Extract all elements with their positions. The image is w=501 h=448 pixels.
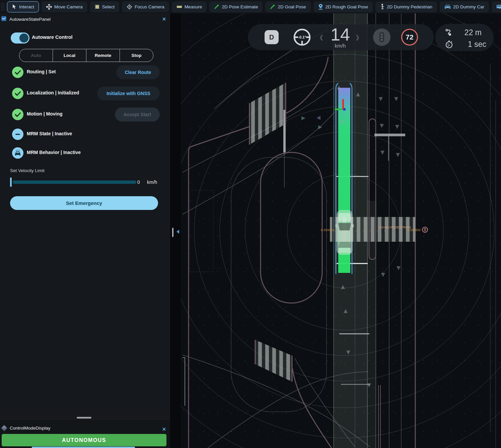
tool-label: Select	[102, 4, 115, 9]
panel-resize-strip	[170, 13, 181, 448]
tool-label: 2D Dummy Pedestrian	[387, 4, 432, 9]
tool-label: 2D Pose Estimate	[222, 4, 258, 9]
tool-move-camera[interactable]: Move Camera	[42, 1, 87, 12]
status-row-mrm-state: MRM State | Inactive	[0, 127, 170, 141]
tool-label: 2D Dummy Car	[453, 4, 484, 9]
status-label: Localization | Initialized	[27, 90, 79, 95]
close-icon[interactable]: ×	[161, 426, 167, 433]
route-icon	[445, 28, 453, 37]
panel-titlebar: ControlModeDisplay ×	[0, 424, 170, 432]
display-diamond-icon	[1, 425, 7, 431]
check-icon	[12, 88, 23, 100]
tool-2d-pose-estimate[interactable]: 2D Pose Estimate	[209, 1, 263, 12]
status-label: Routing | Set	[27, 69, 56, 74]
close-icon[interactable]: ×	[161, 16, 167, 22]
route-remaining-hud: 22 m 1 sec	[435, 24, 494, 51]
speed-limit-sign: 72	[401, 29, 418, 46]
car-icon	[444, 4, 451, 9]
pose-arrow-icon	[270, 4, 275, 9]
mode-auto[interactable]: Auto	[19, 49, 53, 62]
mode-remote[interactable]: Remote	[86, 49, 120, 62]
velocity-limit-value: 0	[137, 179, 140, 185]
mode-segmented-control: Auto Local Remote Stop	[19, 49, 153, 62]
panel-title: ControlModeDisplay	[10, 426, 51, 431]
crosswalk-upper	[249, 83, 286, 145]
minus-icon	[12, 129, 23, 141]
clear-route-button[interactable]: Clear Route	[116, 65, 160, 79]
status-row-routing: Routing | Set Clear Route	[0, 65, 170, 79]
collapse-arrow-icon[interactable]	[176, 230, 179, 234]
crosswalk-lower	[255, 340, 292, 382]
tool-label: Measure	[185, 4, 202, 9]
accept-start-button[interactable]: Accept Start	[115, 107, 160, 122]
panel-title: AutowareStatePanel	[9, 17, 51, 22]
remaining-distance: 22 m	[453, 28, 494, 37]
check-icon	[12, 109, 23, 122]
rviz-3d-view[interactable]: 0.333333 ← ← ← ← ← ← ← ← 0.0 m/s PEDESTR…	[181, 13, 501, 448]
vehicle-status-hud: D -0.1° ‹ 14 km/h › 72	[248, 24, 434, 50]
autoware-state-panel: AutowareStatePanel × Autoware Control Au…	[0, 13, 170, 415]
select-icon	[95, 4, 100, 9]
map-canvas: 0.333333 ← ← ← ← ← ← ← ← 0.0 m/s PEDESTR…	[181, 13, 501, 448]
status-label: MRM Behavior | Inactive	[27, 150, 81, 155]
mode-local[interactable]: Local	[53, 49, 86, 62]
stopwatch-icon	[445, 40, 453, 49]
autoware-control-label: Autoware Control	[32, 34, 73, 40]
bottom-panel-peek	[32, 447, 135, 448]
status-row-motion: Motion | Moving Accept Start	[0, 107, 170, 122]
speed-display: 14 km/h	[327, 25, 354, 49]
focus-camera-icon	[127, 4, 132, 10]
initialize-gnss-button[interactable]: Initialize with GNSS	[97, 86, 160, 100]
check-icon	[12, 67, 23, 79]
chevron-left-icon: ‹	[319, 28, 323, 45]
traffic-light-icon	[378, 32, 385, 43]
tool-label: 2D Rough Goal Pose	[326, 4, 368, 9]
annotation-arrow-chain: ← ← ← ← ← ← ← ←	[333, 229, 388, 232]
steering-angle: -0.1°	[298, 35, 306, 39]
status-row-localization: Localization | Initialized Initialize wi…	[0, 86, 170, 100]
control-mode-panel: ControlModeDisplay × AUTONOMOUS	[0, 421, 170, 448]
velocity-limit-label: Set Velocity Limit	[10, 168, 45, 173]
gear-indicator: D	[265, 30, 279, 44]
tool-2d-rough-goal-pose[interactable]: 2D Rough Goal Pose	[313, 1, 373, 12]
tool-select[interactable]: Select	[90, 1, 120, 12]
pose-arrow-icon	[214, 4, 219, 9]
mrm-vehicle-icon	[12, 147, 23, 160]
divider-drag-handle[interactable]	[77, 417, 91, 419]
ego-vehicle	[335, 210, 354, 254]
set-emergency-button[interactable]: Set Emergency	[10, 196, 158, 210]
panel-titlebar: AutowareStatePanel ×	[0, 15, 170, 23]
velocity-slider-track[interactable]	[13, 180, 136, 184]
tool-2d-dummy-pedestrian[interactable]: 2D Dummy Pedestrian	[375, 1, 437, 12]
move-camera-icon	[46, 4, 52, 10]
measure-icon	[176, 5, 182, 9]
toolbar: Interact Move Camera Select Focus Camera…	[0, 0, 501, 13]
toggle-knob	[19, 33, 28, 43]
bus-icon	[496, 4, 501, 9]
toolbar-grip-handle[interactable]	[1, 2, 4, 12]
mode-stop[interactable]: Stop	[120, 49, 153, 62]
annotation-left-value: 0.333333	[321, 228, 334, 232]
status-row-mrm-behavior: MRM Behavior | Inactive	[0, 146, 170, 160]
speed-value: 14	[327, 25, 354, 44]
tool-measure[interactable]: Measure	[172, 1, 207, 12]
autoware-control-toggle[interactable]	[11, 32, 29, 44]
status-label: MRM State | Inactive	[27, 131, 72, 136]
chevron-right-icon: ›	[356, 28, 359, 45]
tool-interact[interactable]: Interact	[7, 1, 39, 12]
velocity-slider-handle[interactable]	[10, 177, 12, 187]
autoware-logo-icon	[1, 16, 6, 22]
resize-drag-handle[interactable]	[172, 228, 173, 237]
annotation-pedestrian-label: 0.0 m/s PEDESTRIAN	[379, 225, 411, 229]
interact-icon	[12, 4, 17, 9]
tool-label: Interact	[19, 4, 34, 9]
velocity-limit-unit: km/h	[147, 179, 157, 185]
tool-2d-dummy-bus[interactable]: 2D D	[492, 1, 501, 12]
map-pin-icon	[318, 4, 323, 10]
panel-divider	[0, 415, 170, 421]
steering-wheel-icon: -0.1°	[293, 28, 311, 47]
tool-2d-goal-pose[interactable]: 2D Goal Pose	[265, 1, 310, 12]
traffic-light-indicator	[373, 28, 390, 46]
tool-2d-dummy-car[interactable]: 2D Dummy Car	[440, 1, 489, 12]
tool-focus-camera[interactable]: Focus Camera	[122, 1, 169, 12]
